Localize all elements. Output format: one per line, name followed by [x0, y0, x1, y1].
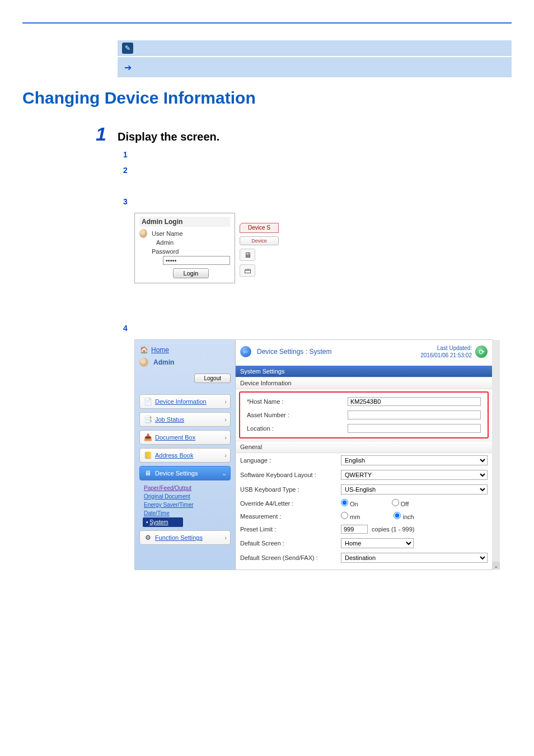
step-number: 1 [90, 124, 106, 143]
page-title: Changing Device Information [22, 88, 512, 108]
arrow-right-icon: ➔ [122, 62, 133, 73]
chevron-right-icon: › [224, 452, 227, 459]
note-icon: ✎ [122, 43, 133, 54]
sidebar-item-job-status[interactable]: 📑Job Status › [139, 412, 231, 427]
substep-2: 2 [123, 166, 134, 175]
sidebar-item-label: Device Information [155, 398, 207, 405]
sidebar-home[interactable]: 🏠 Home [139, 346, 231, 354]
login-button[interactable]: Login [173, 268, 209, 278]
device-info-icon: 📄 [143, 397, 152, 406]
sublink-paper-feed[interactable]: Paper/Feed/Output [144, 485, 191, 491]
section-bar-system: System Settings [236, 366, 492, 377]
usb-keyboard-label: USB Keyboard Type : [240, 486, 341, 493]
home-icon: 🏠 [139, 346, 148, 354]
software-keyboard-label: Software Keyboard Layout : [240, 472, 341, 478]
sidebar-item-label: Device Settings [155, 470, 198, 477]
password-label: Password [152, 247, 230, 256]
measurement-mm[interactable]: mm [341, 512, 360, 520]
device-settings-icon: 🖥 [143, 469, 152, 478]
default-screen-select[interactable]: Home [341, 538, 414, 548]
note-bars: ✎ ➔ [118, 40, 512, 77]
back-icon[interactable]: ← [240, 346, 251, 357]
address-book-icon: 📒 [143, 451, 152, 460]
admin-label: Admin [153, 358, 174, 366]
sidebar-item-address-book[interactable]: 📒Address Book › [139, 448, 231, 463]
asset-number-input[interactable] [348, 410, 481, 419]
last-updated-time: 2016/01/06 21:53:02 [420, 352, 472, 359]
username-value: Admin [152, 238, 230, 247]
login-side-stubs: Device S Device 🖥 🗃 [240, 213, 279, 283]
sidebar-admin: Admin [139, 358, 231, 367]
asset-number-label: Asset Number : [247, 412, 348, 418]
substep-4: 4 [123, 324, 134, 333]
software-keyboard-select[interactable]: QWERTY [341, 470, 488, 480]
chevron-right-icon: › [224, 534, 227, 541]
job-status-icon: 📑 [143, 415, 152, 424]
usb-keyboard-select[interactable]: US-English [341, 484, 488, 494]
scroll-down-icon[interactable]: ⌄ [492, 562, 500, 570]
substep-3: 3 [123, 197, 134, 206]
user-avatar-icon [139, 229, 147, 238]
section-device-info: Device Information [236, 377, 492, 389]
sublink-date-time[interactable]: Date/Time [144, 510, 170, 516]
step-title: Display the screen. [118, 130, 219, 143]
sublink-original-doc[interactable]: Original Document [144, 493, 190, 500]
document-box-icon: 📥 [143, 433, 152, 442]
location-input[interactable] [348, 424, 481, 433]
chevron-down-icon: ⌄ [222, 470, 227, 477]
step-row: 1 Display the screen. [90, 124, 512, 143]
box-icon: 🗃 [240, 264, 255, 277]
admin-login-panel: Admin Login User Name Admin Password •••… [134, 213, 235, 283]
default-screen-sendfax-select[interactable]: Destination [341, 553, 488, 563]
sublink-system[interactable]: System [149, 519, 168, 525]
admin-login-block: Admin Login User Name Admin Password •••… [134, 213, 512, 283]
device-stub-btn[interactable]: Device [240, 236, 279, 245]
chevron-right-icon: › [224, 416, 227, 423]
monitor-icon: 🖥 [240, 249, 255, 261]
sidebar-item-device-info[interactable]: 📄Device Information › [139, 394, 231, 409]
override-on[interactable]: On [341, 499, 358, 507]
sidebar-item-device-settings[interactable]: 🖥Device Settings ⌄ [139, 466, 231, 480]
default-screen-sendfax-label: Default Screen (Send/FAX) : [240, 554, 341, 561]
preset-limit-input[interactable] [341, 525, 368, 534]
username-label: User Name [152, 229, 230, 238]
host-name-label: *Host Name : [247, 398, 348, 405]
admin-avatar-icon [139, 358, 148, 367]
override-off[interactable]: Off [392, 499, 409, 507]
scrollbar[interactable]: ⌄ [492, 340, 500, 570]
embedded-ccrx-window: 🏠 Home Admin Logout 📄Device Information … [134, 339, 493, 570]
function-settings-icon: ⚙ [143, 533, 152, 542]
sidebar-item-label: Document Box [155, 434, 195, 441]
chevron-right-icon: › [224, 434, 227, 441]
section-general: General [236, 441, 492, 453]
logout-button[interactable]: Logout [194, 374, 231, 383]
main-panel: ← Device Settings : System Last Updated:… [236, 340, 492, 570]
device-stub-top: Device S [240, 223, 279, 233]
location-label: Location : [247, 425, 348, 432]
default-screen-label: Default Screen : [240, 540, 341, 547]
sidebar-item-function-settings[interactable]: ⚙Function Settings › [139, 530, 231, 545]
sub-list-4: 4 [123, 324, 512, 333]
measurement-label: Measurement : [240, 513, 341, 520]
admin-login-title: Admin Login [139, 217, 230, 227]
top-rule [22, 22, 512, 24]
preset-limit-label: Preset Limit : [240, 526, 341, 533]
device-settings-sublist: Paper/Feed/Output Original Document Ener… [143, 484, 231, 527]
sidebar-item-document-box[interactable]: 📥Document Box › [139, 430, 231, 445]
preset-limit-suffix: copies (1 - 999) [372, 526, 414, 533]
host-name-input[interactable] [348, 397, 481, 406]
language-select[interactable]: English [341, 455, 488, 465]
highlighted-device-info-group: *Host Name : Asset Number : Location : [239, 391, 489, 438]
sublink-energy-saver[interactable]: Energy Saver/Timer [144, 502, 194, 508]
main-header: ← Device Settings : System Last Updated:… [236, 340, 492, 366]
measurement-inch[interactable]: inch [394, 512, 414, 520]
sidebar: 🏠 Home Admin Logout 📄Device Information … [135, 340, 236, 570]
language-label: Language : [240, 457, 341, 464]
last-updated: Last Updated: 2016/01/06 21:53:02 [420, 344, 472, 359]
password-input[interactable]: ••••• [163, 256, 230, 265]
refresh-icon[interactable]: ⟳ [475, 346, 488, 358]
override-a4-label: Override A4/Letter : [240, 500, 341, 507]
home-link[interactable]: Home [151, 346, 169, 354]
sidebar-item-label: Function Settings [155, 534, 203, 541]
last-updated-label: Last Updated: [420, 344, 472, 352]
